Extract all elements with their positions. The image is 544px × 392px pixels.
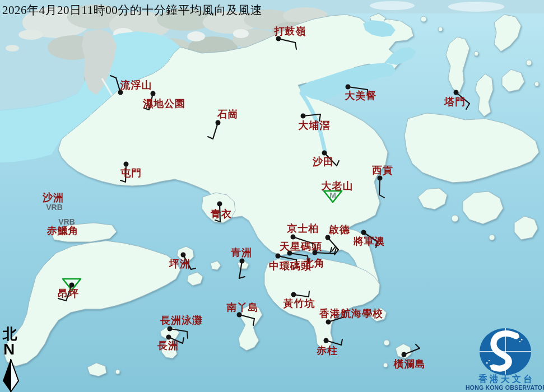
- station-label: 打鼓嶺: [274, 26, 306, 37]
- station-label: 坪洲: [169, 258, 190, 269]
- station-dot: [346, 85, 351, 90]
- station-dot: [217, 202, 222, 207]
- compass-north-chinese: 北: [3, 327, 17, 342]
- station-label: 京士柏: [287, 223, 319, 234]
- variable-wind-label: VRB: [46, 203, 63, 212]
- variable-wind-label: VRB: [58, 217, 75, 226]
- compass-north-letter: N: [3, 342, 15, 357]
- station-label: 濕地公園: [142, 98, 185, 109]
- map-title: 2026年4月20日11時00分的十分鐘平均風向及風速: [2, 2, 262, 18]
- station-dot: [361, 230, 366, 235]
- station-dot: [240, 259, 245, 264]
- station-dot: [324, 338, 329, 343]
- station-dot: [151, 91, 156, 96]
- station-dot: [454, 90, 459, 95]
- station-dot: [326, 235, 331, 240]
- wind-barb-shaft: [379, 178, 380, 195]
- station-label: 青衣: [210, 208, 232, 220]
- station-label: 長洲泳灘: [160, 315, 203, 326]
- station-label: 赤鱲角: [47, 225, 79, 236]
- hko-name-english: HONG KONG OBSERVATORY: [466, 384, 544, 391]
- wind-map-page: 打鼓嶺流浮山濕地公園石崗大美督大埔滘塔門沙田西貢大老山M屯門青衣沙洲VRB赤鱲角…: [0, 0, 544, 392]
- station-dot: [313, 250, 318, 255]
- station-label: 大老山: [321, 180, 354, 192]
- station-label: 香港航海學校: [319, 308, 383, 319]
- station-label: 中環碼頭: [269, 260, 311, 272]
- missing-data-m-label: M: [329, 191, 336, 200]
- station-label: 將軍澳: [353, 236, 385, 247]
- station-label: 沙洲: [42, 192, 64, 203]
- station-label: 黃竹坑: [283, 298, 315, 309]
- station-label: 南丫島: [226, 302, 259, 313]
- hko-name-chinese: 香港天文台: [472, 374, 541, 385]
- station-label: 啟德: [328, 224, 350, 235]
- station-dot: [181, 253, 186, 258]
- station-dot: [168, 326, 173, 332]
- station-label: 赤柱: [316, 345, 338, 356]
- station-dot: [322, 151, 327, 156]
- station-label: 屯門: [120, 167, 142, 179]
- station-dot: [276, 254, 281, 259]
- station-label: 大埔滘: [298, 120, 331, 131]
- station-label: 青洲: [230, 247, 252, 258]
- station-label: 橫瀾島: [393, 358, 426, 370]
- station-label: 沙田: [312, 156, 334, 167]
- station-dot: [378, 176, 383, 181]
- wind-barb-feather: [187, 332, 188, 338]
- station-dot: [124, 162, 129, 167]
- station-label: 石崗: [217, 109, 239, 120]
- station-dot: [301, 114, 306, 119]
- station-label: 西貢: [371, 165, 393, 176]
- station-dot: [216, 120, 221, 125]
- station-label: 塔門: [444, 96, 466, 108]
- hong-kong-wind-map: 打鼓嶺流浮山濕地公園石崗大美督大埔滘塔門沙田西貢大老山M屯門青衣沙洲VRB赤鱲角…: [0, 0, 544, 392]
- station-dot: [291, 292, 296, 297]
- station-label: 長洲: [157, 340, 179, 351]
- hko-logo-icon: [480, 328, 531, 375]
- station-label: 流浮山: [120, 80, 152, 91]
- station-dot: [166, 335, 171, 340]
- station-dot: [291, 235, 296, 240]
- wind-barb-feather: [309, 291, 309, 297]
- station-label: 昂坪: [58, 288, 79, 299]
- station-dot: [69, 283, 75, 288]
- station-dot: [326, 320, 331, 325]
- station-label: 大美督: [345, 90, 377, 101]
- station-dot: [402, 352, 407, 357]
